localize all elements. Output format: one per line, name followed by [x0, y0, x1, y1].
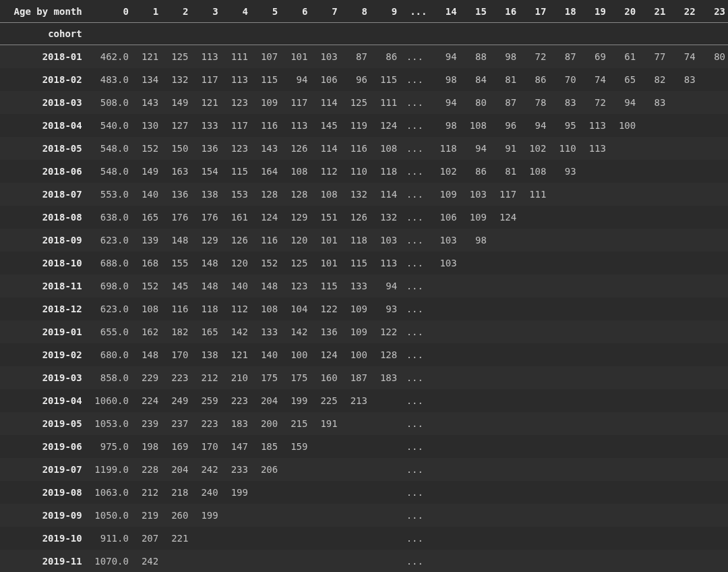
data-cell [549, 320, 578, 343]
data-cell [429, 297, 459, 320]
data-cell: 124 [251, 206, 280, 229]
data-cell: 107 [251, 45, 280, 69]
data-cell: 259 [191, 389, 220, 412]
data-cell: 623.0 [89, 297, 131, 320]
data-cell [519, 343, 549, 366]
data-cell [609, 389, 638, 412]
table-row: 2019-081063.0212218240199... [0, 481, 728, 504]
row-ellipsis: ... [400, 366, 429, 389]
col-header: 0 [89, 0, 131, 23]
data-cell: 83 [549, 91, 578, 114]
table-row: 2018-12623.010811611811210810412210993..… [0, 297, 728, 320]
data-cell [280, 527, 310, 550]
data-cell [698, 160, 728, 183]
data-cell [519, 504, 549, 527]
data-cell [609, 435, 638, 458]
data-cell: 74 [579, 68, 609, 91]
table-body: 2018-01462.01211251131111071011038786...… [0, 45, 728, 573]
data-cell: 94 [280, 68, 310, 91]
data-cell: 159 [280, 435, 310, 458]
col-header: 4 [221, 0, 251, 23]
data-cell: 91 [489, 137, 519, 160]
data-cell: 106 [310, 68, 340, 91]
row-ellipsis: ... [400, 481, 429, 504]
table-row: 2018-04540.0130127133117116113145119124.… [0, 114, 728, 137]
data-cell: 1199.0 [89, 458, 131, 481]
data-cell: 169 [161, 435, 191, 458]
data-cell [698, 229, 728, 252]
data-cell [549, 206, 578, 229]
data-cell [698, 458, 728, 481]
cohort-table: Age by month 0 1 2 3 4 5 6 7 8 9 ... 14 … [0, 0, 728, 572]
data-cell: 483.0 [89, 68, 131, 91]
data-cell [251, 504, 280, 527]
data-cell [340, 550, 370, 572]
data-cell [549, 366, 578, 389]
table-row: 2019-02680.0148170138121140100124100128.… [0, 343, 728, 366]
row-ellipsis: ... [400, 206, 429, 229]
data-cell: 114 [370, 183, 400, 206]
data-cell [698, 412, 728, 435]
data-cell: 200 [251, 412, 280, 435]
data-cell: 78 [519, 91, 549, 114]
data-cell [340, 527, 370, 550]
data-cell [609, 550, 638, 572]
data-cell [609, 206, 638, 229]
data-cell [489, 435, 519, 458]
row-cohort: 2019-08 [0, 481, 89, 504]
data-cell: 127 [161, 114, 191, 137]
col-header: 7 [310, 0, 340, 23]
data-cell: 218 [161, 481, 191, 504]
data-cell: 242 [131, 550, 161, 572]
table-row: 2019-10911.0207221... [0, 527, 728, 550]
data-cell: 81 [489, 160, 519, 183]
data-cell: 124 [489, 206, 519, 229]
data-cell: 112 [310, 160, 340, 183]
col-header: 3 [191, 0, 220, 23]
data-cell: 108 [131, 297, 161, 320]
data-cell [668, 137, 698, 160]
data-cell [460, 389, 489, 412]
data-cell: 148 [191, 252, 220, 275]
data-cell: 162 [131, 320, 161, 343]
data-cell: 116 [340, 137, 370, 160]
data-cell: 94 [429, 91, 459, 114]
data-cell: 109 [460, 206, 489, 229]
row-cohort: 2018-09 [0, 229, 89, 252]
data-cell [489, 297, 519, 320]
data-cell: 143 [131, 91, 161, 114]
row-cohort: 2019-02 [0, 343, 89, 366]
data-cell [579, 435, 609, 458]
data-cell [609, 458, 638, 481]
data-cell: 225 [310, 389, 340, 412]
data-cell: 240 [191, 481, 220, 504]
data-cell: 638.0 [89, 206, 131, 229]
data-cell [549, 550, 578, 572]
data-cell: 122 [370, 320, 400, 343]
data-cell [668, 320, 698, 343]
data-cell [489, 229, 519, 252]
data-cell [489, 343, 519, 366]
data-cell [519, 252, 549, 275]
data-cell [579, 206, 609, 229]
row-cohort: 2019-05 [0, 412, 89, 435]
data-cell [519, 297, 549, 320]
data-cell: 149 [161, 91, 191, 114]
data-cell: 219 [131, 504, 161, 527]
row-ellipsis: ... [400, 458, 429, 481]
data-cell [638, 527, 668, 550]
data-cell: 94 [460, 137, 489, 160]
data-cell: 128 [280, 183, 310, 206]
data-cell [698, 435, 728, 458]
data-cell: 72 [519, 45, 549, 69]
data-cell: 858.0 [89, 366, 131, 389]
data-cell [549, 183, 578, 206]
data-cell [370, 527, 400, 550]
data-cell: 115 [340, 252, 370, 275]
data-cell [638, 343, 668, 366]
data-cell: 72 [579, 91, 609, 114]
data-cell [310, 481, 340, 504]
data-cell: 123 [280, 275, 310, 297]
row-cohort: 2018-03 [0, 91, 89, 114]
data-cell [698, 389, 728, 412]
